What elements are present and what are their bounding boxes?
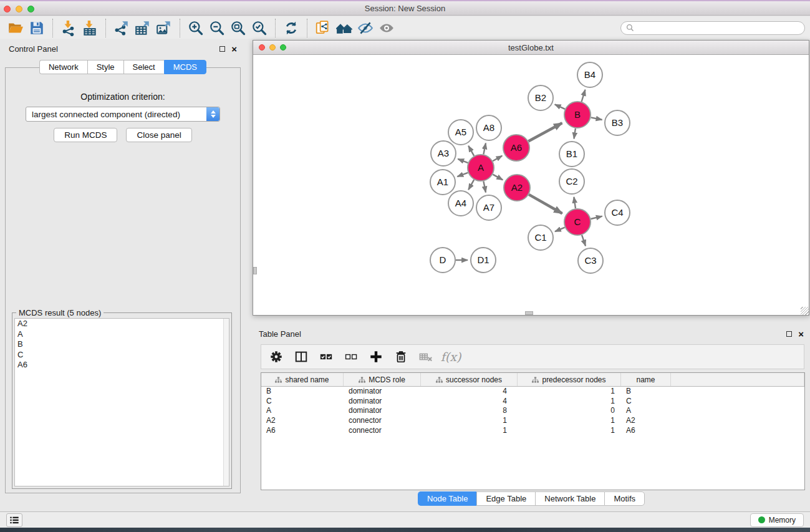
search-input[interactable] bbox=[637, 24, 799, 32]
cell[interactable]: dominator bbox=[344, 406, 421, 416]
delete-column-icon[interactable] bbox=[392, 348, 410, 365]
node-A5[interactable]: A5 bbox=[448, 120, 473, 145]
tab-style[interactable]: Style bbox=[87, 60, 123, 74]
cell[interactable]: 4 bbox=[421, 387, 518, 397]
cell[interactable]: 1 bbox=[421, 416, 518, 426]
cell[interactable]: dominator bbox=[344, 397, 421, 407]
node-C4[interactable]: C4 bbox=[605, 200, 630, 225]
add-column-icon[interactable] bbox=[367, 348, 385, 365]
cell[interactable]: C bbox=[621, 397, 671, 407]
node-A7[interactable]: A7 bbox=[476, 195, 501, 220]
edge-A-A7[interactable] bbox=[483, 181, 486, 193]
edge-A-A3[interactable] bbox=[458, 159, 468, 163]
node-B1[interactable]: B1 bbox=[559, 142, 584, 167]
zoom-out-icon[interactable] bbox=[206, 19, 228, 37]
show-graphics-details-icon[interactable] bbox=[376, 19, 397, 37]
refresh-icon[interactable] bbox=[281, 19, 302, 37]
table-float-panel-icon[interactable] bbox=[786, 331, 792, 337]
cell[interactable]: B bbox=[261, 387, 344, 397]
memory-button[interactable]: Memory bbox=[750, 513, 804, 527]
node-C3[interactable]: C3 bbox=[578, 248, 603, 273]
node-A2[interactable]: A2 bbox=[504, 175, 530, 201]
task-history-button[interactable] bbox=[6, 513, 22, 527]
copy-network-icon[interactable] bbox=[312, 19, 334, 37]
cell[interactable]: 0 bbox=[518, 406, 621, 416]
table-row[interactable]: A6connector11A6 bbox=[261, 426, 804, 436]
deselect-all-icon[interactable] bbox=[342, 348, 360, 365]
edge-B-B4[interactable] bbox=[582, 90, 586, 102]
tab-select[interactable]: Select bbox=[123, 60, 164, 74]
close-panel-button[interactable]: Close panel bbox=[126, 128, 191, 142]
column-header-MCDS-role[interactable]: MCDS role bbox=[344, 373, 421, 386]
node-C1[interactable]: C1 bbox=[528, 225, 553, 250]
columns-icon[interactable] bbox=[292, 348, 310, 365]
tab-network[interactable]: Network bbox=[39, 60, 87, 74]
table-row[interactable]: A2connector11A2 bbox=[261, 416, 804, 426]
resize-grip-icon[interactable] bbox=[801, 307, 809, 315]
vertical-scroll-thumb[interactable] bbox=[253, 267, 257, 274]
network-close-button[interactable] bbox=[259, 44, 265, 51]
edge-B-B1[interactable] bbox=[574, 128, 576, 139]
node-D[interactable]: D bbox=[430, 248, 455, 273]
cell[interactable]: dominator bbox=[344, 387, 421, 397]
cell[interactable]: 4 bbox=[421, 397, 518, 407]
export-image-icon[interactable] bbox=[153, 19, 175, 37]
import-network-icon[interactable] bbox=[58, 19, 79, 37]
cell[interactable]: 1 bbox=[518, 387, 621, 397]
open-session-icon[interactable] bbox=[5, 19, 26, 37]
edge-A-A6[interactable] bbox=[493, 156, 502, 162]
node-A8[interactable]: A8 bbox=[476, 115, 501, 140]
cell[interactable]: A6 bbox=[261, 426, 344, 436]
node-A1[interactable]: A1 bbox=[430, 170, 455, 195]
hide-graphics-details-icon[interactable] bbox=[355, 19, 376, 37]
cell[interactable]: 1 bbox=[518, 416, 621, 426]
cell[interactable]: B bbox=[621, 387, 671, 397]
table-row[interactable]: Adominator80A bbox=[261, 406, 804, 416]
node-B2[interactable]: B2 bbox=[528, 85, 553, 110]
edge-B-B2[interactable] bbox=[555, 104, 565, 109]
table-row[interactable]: Cdominator41C bbox=[261, 397, 804, 407]
network-zoom-button[interactable] bbox=[280, 44, 286, 51]
edge-A6-B[interactable] bbox=[528, 123, 562, 141]
node-A3[interactable]: A3 bbox=[431, 141, 456, 166]
edge-A-A1[interactable] bbox=[457, 173, 468, 177]
cell[interactable]: A bbox=[261, 406, 344, 416]
node-D1[interactable]: D1 bbox=[471, 248, 496, 273]
tab-motifs[interactable]: Motifs bbox=[604, 491, 645, 506]
edge-C-C4[interactable] bbox=[591, 216, 602, 219]
export-network-icon[interactable] bbox=[111, 19, 132, 37]
edge-C-C2[interactable] bbox=[574, 197, 576, 208]
horizontal-scroll-thumb[interactable] bbox=[525, 311, 533, 315]
export-table-icon[interactable] bbox=[132, 19, 153, 37]
node-B[interactable]: B bbox=[564, 102, 591, 128]
network-window-titlebar[interactable]: testGlobe.txt bbox=[253, 41, 809, 55]
function-builder-icon[interactable]: f(x) bbox=[442, 348, 460, 365]
home-icon[interactable] bbox=[334, 19, 355, 37]
node-C2[interactable]: C2 bbox=[559, 169, 584, 194]
network-minimize-button[interactable] bbox=[269, 44, 276, 51]
zoom-fit-icon[interactable] bbox=[228, 19, 249, 37]
edge-A-A8[interactable] bbox=[483, 143, 486, 155]
cell[interactable]: 1 bbox=[421, 426, 518, 436]
zoom-in-icon[interactable] bbox=[185, 19, 206, 37]
column-header-name[interactable]: name bbox=[621, 373, 671, 386]
cell[interactable]: A6 bbox=[621, 426, 671, 436]
edge-A-A2[interactable] bbox=[493, 175, 503, 180]
node-C[interactable]: C bbox=[564, 209, 591, 235]
tab-network-table[interactable]: Network Table bbox=[535, 491, 604, 506]
run-mcds-button[interactable]: Run MCDS bbox=[54, 128, 117, 142]
float-panel-icon[interactable] bbox=[219, 46, 225, 52]
edge-A2-C[interactable] bbox=[529, 195, 562, 213]
cell[interactable]: A2 bbox=[261, 416, 344, 426]
column-header-predecessor-nodes[interactable]: predecessor nodes bbox=[518, 373, 621, 386]
edge-A-A5[interactable] bbox=[468, 146, 474, 156]
tab-edge-table[interactable]: Edge Table bbox=[476, 491, 535, 506]
cell[interactable]: 8 bbox=[421, 406, 518, 416]
close-panel-icon[interactable]: × bbox=[231, 46, 237, 52]
node-A4[interactable]: A4 bbox=[448, 191, 473, 216]
node-A6[interactable]: A6 bbox=[503, 135, 529, 161]
save-session-icon[interactable] bbox=[26, 19, 47, 37]
table-row[interactable]: Bdominator41B bbox=[261, 387, 804, 397]
column-header-shared-name[interactable]: shared name bbox=[261, 373, 344, 386]
edge-A-A4[interactable] bbox=[468, 180, 474, 190]
